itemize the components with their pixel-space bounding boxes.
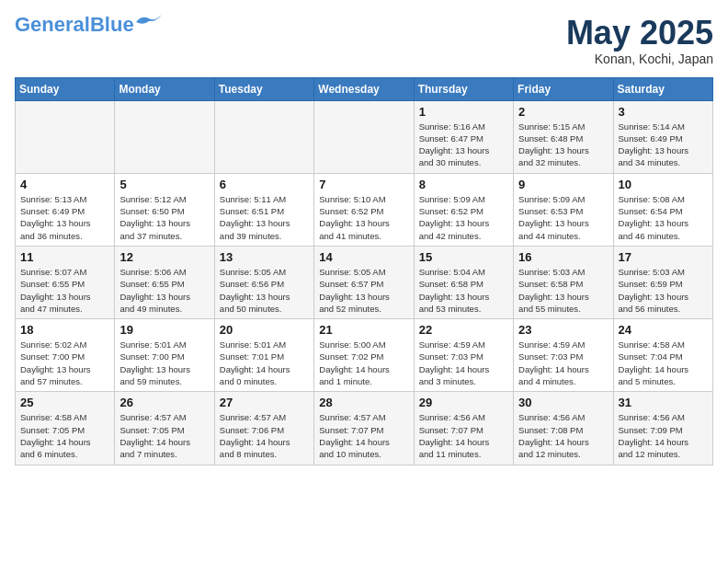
calendar-cell: 28Sunrise: 4:57 AM Sunset: 7:07 PM Dayli… [314,392,414,465]
day-info: Sunrise: 4:58 AM Sunset: 7:04 PM Dayligh… [619,339,708,387]
day-number: 29 [419,396,508,409]
calendar-cell: 5Sunrise: 5:12 AM Sunset: 6:50 PM Daylig… [115,173,214,246]
day-info: Sunrise: 4:56 AM Sunset: 7:07 PM Dayligh… [419,411,508,460]
day-number: 12 [119,250,209,264]
logo-general: General [15,13,90,36]
day-number: 24 [619,323,708,337]
calendar-week-row: 1Sunrise: 5:16 AM Sunset: 6:47 PM Daylig… [16,100,713,173]
location: Konan, Kochi, Japan [566,52,713,66]
day-number: 6 [220,178,309,191]
logo-bird-icon [136,13,162,29]
day-number: 27 [220,396,309,409]
day-number: 11 [20,250,109,264]
calendar-cell: 18Sunrise: 5:02 AM Sunset: 7:00 PM Dayli… [16,319,115,392]
day-info: Sunrise: 4:56 AM Sunset: 7:08 PM Dayligh… [518,411,608,460]
day-header-thursday: Thursday [414,77,513,100]
day-info: Sunrise: 5:03 AM Sunset: 6:58 PM Dayligh… [518,266,608,315]
calendar-cell: 24Sunrise: 4:58 AM Sunset: 7:04 PM Dayli… [613,319,712,392]
day-info: Sunrise: 5:05 AM Sunset: 6:56 PM Dayligh… [220,266,309,315]
day-number: 31 [619,396,708,409]
calendar-cell: 26Sunrise: 4:57 AM Sunset: 7:05 PM Dayli… [115,392,214,465]
day-number: 9 [518,178,608,191]
calendar-cell: 14Sunrise: 5:05 AM Sunset: 6:57 PM Dayli… [314,246,414,318]
day-header-sunday: Sunday [16,77,115,100]
calendar-cell [16,100,115,173]
day-info: Sunrise: 5:01 AM Sunset: 7:00 PM Dayligh… [119,339,209,387]
day-info: Sunrise: 5:02 AM Sunset: 7:00 PM Dayligh… [20,339,109,387]
day-number: 14 [319,250,408,264]
day-info: Sunrise: 4:59 AM Sunset: 7:03 PM Dayligh… [419,339,508,387]
calendar-cell: 4Sunrise: 5:13 AM Sunset: 6:49 PM Daylig… [16,173,115,246]
day-number: 30 [518,396,608,409]
day-info: Sunrise: 5:03 AM Sunset: 6:59 PM Dayligh… [619,266,708,315]
calendar-cell: 30Sunrise: 4:56 AM Sunset: 7:08 PM Dayli… [514,392,613,465]
day-number: 28 [319,396,408,409]
day-number: 23 [518,323,608,337]
calendar-cell: 15Sunrise: 5:04 AM Sunset: 6:58 PM Dayli… [414,246,513,318]
day-info: Sunrise: 4:57 AM Sunset: 7:05 PM Dayligh… [119,411,209,460]
calendar-cell: 8Sunrise: 5:09 AM Sunset: 6:52 PM Daylig… [414,173,513,246]
day-number: 7 [319,178,408,191]
day-info: Sunrise: 4:59 AM Sunset: 7:03 PM Dayligh… [518,339,608,387]
day-header-monday: Monday [115,77,214,100]
day-info: Sunrise: 4:57 AM Sunset: 7:07 PM Dayligh… [319,411,408,460]
day-number: 3 [619,105,708,119]
day-info: Sunrise: 5:13 AM Sunset: 6:49 PM Dayligh… [20,193,109,242]
calendar-cell [314,100,414,173]
day-number: 20 [220,323,309,337]
day-info: Sunrise: 5:12 AM Sunset: 6:50 PM Dayligh… [119,193,209,242]
day-info: Sunrise: 5:07 AM Sunset: 6:55 PM Dayligh… [20,266,109,315]
day-number: 13 [220,250,309,264]
day-number: 2 [518,105,608,119]
calendar-cell: 3Sunrise: 5:14 AM Sunset: 6:49 PM Daylig… [613,100,712,173]
day-number: 22 [419,323,508,337]
day-info: Sunrise: 5:04 AM Sunset: 6:58 PM Dayligh… [419,266,508,315]
calendar-cell: 20Sunrise: 5:01 AM Sunset: 7:01 PM Dayli… [214,319,313,392]
calendar-cell: 29Sunrise: 4:56 AM Sunset: 7:07 PM Dayli… [414,392,513,465]
calendar-cell: 2Sunrise: 5:15 AM Sunset: 6:48 PM Daylig… [514,100,613,173]
day-header-friday: Friday [514,77,613,100]
day-number: 25 [20,396,109,409]
day-number: 5 [119,178,209,191]
day-info: Sunrise: 5:16 AM Sunset: 6:47 PM Dayligh… [419,121,508,169]
month-title: May 2025 [566,15,713,52]
calendar-cell: 25Sunrise: 4:58 AM Sunset: 7:05 PM Dayli… [16,392,115,465]
day-info: Sunrise: 5:00 AM Sunset: 7:02 PM Dayligh… [319,339,408,387]
calendar-cell: 10Sunrise: 5:08 AM Sunset: 6:54 PM Dayli… [613,173,712,246]
day-header-tuesday: Tuesday [214,77,313,100]
calendar-cell: 21Sunrise: 5:00 AM Sunset: 7:02 PM Dayli… [314,319,414,392]
calendar-week-row: 25Sunrise: 4:58 AM Sunset: 7:05 PM Dayli… [16,392,713,465]
logo: GeneralBlue [15,15,162,35]
day-header-saturday: Saturday [613,77,712,100]
day-info: Sunrise: 5:09 AM Sunset: 6:53 PM Dayligh… [518,193,608,242]
day-info: Sunrise: 4:56 AM Sunset: 7:09 PM Dayligh… [619,411,708,460]
calendar-header-row: SundayMondayTuesdayWednesdayThursdayFrid… [16,77,713,100]
calendar-week-row: 11Sunrise: 5:07 AM Sunset: 6:55 PM Dayli… [16,246,713,318]
calendar-cell: 22Sunrise: 4:59 AM Sunset: 7:03 PM Dayli… [414,319,513,392]
day-number: 18 [20,323,109,337]
calendar-week-row: 18Sunrise: 5:02 AM Sunset: 7:00 PM Dayli… [16,319,713,392]
calendar-cell: 19Sunrise: 5:01 AM Sunset: 7:00 PM Dayli… [115,319,214,392]
day-number: 8 [419,178,508,191]
page-header: GeneralBlue May 2025 Konan, Kochi, Japan [15,15,713,66]
day-number: 21 [319,323,408,337]
day-info: Sunrise: 5:15 AM Sunset: 6:48 PM Dayligh… [518,121,608,169]
day-number: 17 [619,250,708,264]
day-info: Sunrise: 5:10 AM Sunset: 6:52 PM Dayligh… [319,193,408,242]
calendar-cell: 17Sunrise: 5:03 AM Sunset: 6:59 PM Dayli… [613,246,712,318]
day-number: 4 [20,178,109,191]
day-number: 15 [419,250,508,264]
title-block: May 2025 Konan, Kochi, Japan [566,15,713,66]
day-info: Sunrise: 5:11 AM Sunset: 6:51 PM Dayligh… [220,193,309,242]
day-info: Sunrise: 5:08 AM Sunset: 6:54 PM Dayligh… [619,193,708,242]
calendar-cell [214,100,313,173]
calendar-week-row: 4Sunrise: 5:13 AM Sunset: 6:49 PM Daylig… [16,173,713,246]
logo-blue: Blue [90,13,134,36]
day-info: Sunrise: 5:09 AM Sunset: 6:52 PM Dayligh… [419,193,508,242]
calendar-cell [115,100,214,173]
day-info: Sunrise: 5:01 AM Sunset: 7:01 PM Dayligh… [220,339,309,387]
calendar-cell: 12Sunrise: 5:06 AM Sunset: 6:55 PM Dayli… [115,246,214,318]
calendar: SundayMondayTuesdayWednesdayThursdayFrid… [15,77,713,465]
calendar-cell: 6Sunrise: 5:11 AM Sunset: 6:51 PM Daylig… [214,173,313,246]
logo-text: GeneralBlue [15,15,134,35]
